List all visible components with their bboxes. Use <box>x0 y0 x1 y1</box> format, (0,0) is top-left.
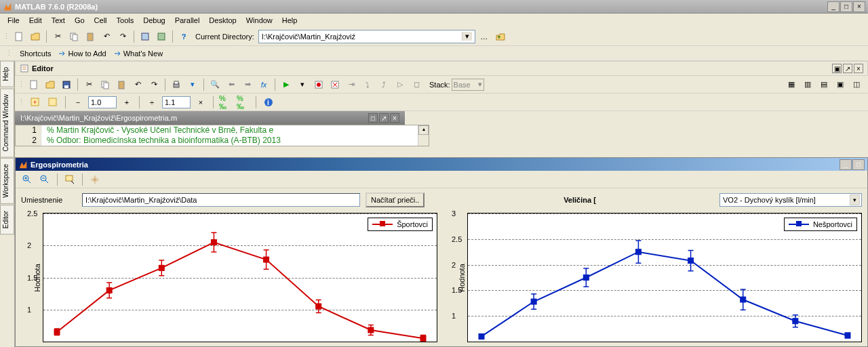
browse-dir-button[interactable]: … <box>477 29 492 44</box>
print-icon[interactable] <box>169 77 184 92</box>
increment-icon[interactable]: + <box>119 95 134 110</box>
code-file-tab[interactable]: I:\Krajčovič\Martin_Krajźoviź\Ergospirom… <box>15 111 405 125</box>
decrement-icon[interactable]: − <box>71 95 85 110</box>
tile-2-icon[interactable]: ▥ <box>800 77 815 92</box>
close-button[interactable]: × <box>853 1 865 12</box>
save-icon[interactable] <box>59 77 74 92</box>
breakpoint-clear-icon[interactable] <box>328 77 342 92</box>
current-dir-select[interactable]: I:\Krajčovič\Martin_Krajźoviź ▾ <box>258 30 475 43</box>
open-icon[interactable] <box>43 77 58 92</box>
run-dropdown-icon[interactable]: ▾ <box>295 77 310 92</box>
step-out-icon[interactable]: ⤴ <box>376 77 391 92</box>
main-toolbar: ⋮ ✂ ↶ ↷ ? Current Directory: I:\Krajčovi… <box>0 27 868 46</box>
zoom-out-icon[interactable] <box>37 172 52 187</box>
cell-value-2[interactable] <box>162 96 191 108</box>
step-icon[interactable]: ⇥ <box>344 77 359 92</box>
sidetab-editor[interactable]: Editor <box>0 205 14 234</box>
undo-icon[interactable]: ↶ <box>130 77 145 92</box>
run-icon[interactable]: ▶ <box>279 77 294 92</box>
pan-icon[interactable] <box>87 172 102 187</box>
minimize-button[interactable]: _ <box>827 1 840 12</box>
tab-close-icon[interactable]: × <box>390 113 399 123</box>
fig-minimize-button[interactable]: _ <box>840 159 852 170</box>
location-input[interactable] <box>82 193 360 207</box>
quantity-dropdown[interactable]: VO2 - Dychový kyslík [l/min] ▾ <box>719 193 862 207</box>
paste-icon[interactable] <box>114 77 129 92</box>
menu-cell[interactable]: Cell <box>90 15 112 26</box>
howto-add-link[interactable]: How to Add <box>58 49 106 58</box>
sidetab-command-window[interactable]: Command Window <box>0 88 14 157</box>
redo-icon[interactable]: ↷ <box>146 77 161 92</box>
stop-debug-icon[interactable]: ◻ <box>409 77 424 92</box>
menu-go[interactable]: Go <box>70 15 90 26</box>
svg-rect-18 <box>174 81 178 84</box>
maximize-button[interactable]: □ <box>840 1 852 12</box>
guide-icon[interactable] <box>154 29 169 44</box>
function-browser-icon[interactable]: fx <box>256 77 271 92</box>
cell-insert-icon[interactable]: %‰ <box>218 95 233 110</box>
tile-3-icon[interactable]: ▤ <box>816 77 831 92</box>
simulink-icon[interactable] <box>138 29 153 44</box>
open-file-icon[interactable] <box>28 29 43 44</box>
copy-icon[interactable] <box>98 77 113 92</box>
left-panel: Umiestnenie Načítať prieči.. Hodnota Špo… <box>21 192 437 342</box>
data-cursor-icon[interactable] <box>62 172 77 187</box>
find-icon[interactable]: 🔍 <box>208 77 222 92</box>
cell-eval-icon[interactable]: + <box>28 95 43 110</box>
code-text[interactable]: % Martin Krajčovič - Vysoké Učení Techni… <box>41 125 418 146</box>
tab-undock-icon[interactable]: ↗ <box>379 113 389 123</box>
cut-icon[interactable]: ✂ <box>50 29 65 44</box>
menu-desktop[interactable]: Desktop <box>204 15 241 26</box>
parent-dir-icon[interactable] <box>493 29 508 44</box>
new-file-icon[interactable] <box>12 29 26 44</box>
cut-icon[interactable]: ✂ <box>81 77 96 92</box>
paste-icon[interactable] <box>83 29 98 44</box>
fig-maximize-button[interactable]: □ <box>852 159 865 170</box>
menu-text[interactable]: Text <box>47 15 70 26</box>
editor-close-icon[interactable]: × <box>854 64 863 73</box>
publish-icon[interactable]: ▾ <box>185 77 200 92</box>
tile-5-icon[interactable]: ◫ <box>849 77 864 92</box>
chevron-down-icon[interactable]: ▾ <box>462 32 472 41</box>
continue-icon[interactable]: ▷ <box>393 77 408 92</box>
multiply-icon[interactable]: × <box>193 95 208 110</box>
copy-icon[interactable] <box>66 29 81 44</box>
breakpoint-set-icon[interactable] <box>311 77 326 92</box>
figure-window: Ergospirometria _ □ Umiestnenie <box>15 157 868 347</box>
menu-window[interactable]: Window <box>241 15 277 26</box>
menu-help[interactable]: Help <box>277 15 302 26</box>
cell-value-1[interactable] <box>88 96 117 108</box>
menu-debug[interactable]: Debug <box>138 15 170 26</box>
matlab-figure-icon <box>18 160 28 169</box>
tile-4-icon[interactable]: ▣ <box>833 77 848 92</box>
cell-eval-advance-icon[interactable] <box>45 95 60 110</box>
back-icon[interactable]: ⬅ <box>224 77 239 92</box>
help-icon[interactable]: ? <box>176 29 191 44</box>
zoom-in-icon[interactable] <box>20 172 35 187</box>
editor-dock-icon[interactable]: ▣ <box>832 64 842 73</box>
sidetab-workspace[interactable]: Workspace <box>0 158 14 204</box>
undo-icon[interactable]: ↶ <box>99 29 114 44</box>
menu-edit[interactable]: Edit <box>24 15 47 26</box>
code-scrollbar[interactable]: ▴ <box>418 125 429 146</box>
tile-1-icon[interactable]: ▦ <box>784 77 799 92</box>
menu-tools[interactable]: Tools <box>112 15 139 26</box>
redo-icon[interactable]: ↷ <box>115 29 130 44</box>
editor-undock-icon[interactable]: ↗ <box>843 64 852 73</box>
divide-icon[interactable]: ÷ <box>144 95 159 110</box>
cell-insert2-icon[interactable]: %‰ <box>236 95 251 110</box>
load-folder-button[interactable]: Načítať prieči.. <box>366 192 425 207</box>
step-in-icon[interactable]: ⤵ <box>360 77 375 92</box>
stack-select[interactable]: Base▾ <box>452 79 484 91</box>
svg-rect-45 <box>793 319 798 324</box>
new-script-icon[interactable] <box>26 77 41 92</box>
forward-icon[interactable]: ➡ <box>240 77 255 92</box>
whatsnew-link[interactable]: What's New <box>113 49 163 58</box>
right-panel: Veličina [ VO2 - Dychový kyslík [l/min] … <box>446 192 862 342</box>
menu-parallel[interactable]: Parallel <box>170 15 205 26</box>
chevron-down-icon[interactable]: ▾ <box>850 195 860 205</box>
menu-file[interactable]: File <box>3 15 24 26</box>
tab-dock-icon[interactable]: □ <box>368 113 378 123</box>
info-icon[interactable]: i <box>261 95 276 110</box>
sidetab-help[interactable]: Help <box>0 61 14 87</box>
